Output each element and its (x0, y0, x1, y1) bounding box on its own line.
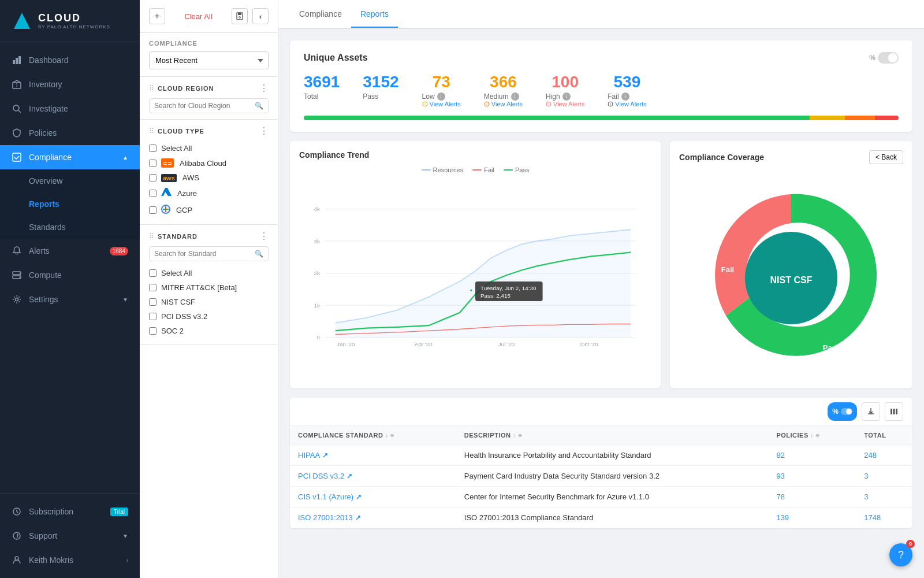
standard-select-all-checkbox[interactable] (149, 269, 157, 277)
compliance-table-card: % COMPLIANCE STANDARD ↕ ≡ (290, 398, 912, 528)
sidebar-item-label: Investigate (29, 104, 68, 113)
standard-nist-csf[interactable]: NIST CSF (149, 295, 269, 309)
standard-mitre-checkbox[interactable] (149, 284, 157, 291)
columns-button[interactable] (885, 402, 903, 421)
cloud-type-gcp-checkbox[interactable] (149, 206, 157, 214)
cloud-type-aws[interactable]: aws AWS (149, 171, 269, 185)
percent-table-toggle[interactable]: % (828, 402, 857, 421)
standard-pci-dss-checkbox[interactable] (149, 313, 157, 320)
low-info-icon: i (437, 92, 445, 101)
cloud-region-input[interactable] (154, 102, 252, 110)
standard-pci-dss[interactable]: PCI DSS v3.2 (149, 309, 269, 324)
table-row: PCI DSS v3.2 Payment Card Industry Data … (290, 466, 912, 487)
sidebar-item-compute[interactable]: Compute (0, 263, 140, 287)
fail-number: 539 (608, 73, 646, 91)
top-tabs: Compliance Reports (278, 0, 924, 29)
svg-text:Fail: Fail (721, 265, 734, 274)
standard-soc2[interactable]: SOC 2 (149, 324, 269, 338)
legend-fail: Fail (472, 166, 494, 173)
cloud-region-search: 🔍 (149, 98, 269, 113)
azure-icon (161, 188, 172, 199)
cloud-type-select-all-checkbox[interactable] (149, 144, 157, 152)
download-button[interactable] (862, 402, 880, 421)
sidebar-item-policies[interactable]: Policies (0, 121, 140, 145)
tab-reports[interactable]: Reports (351, 1, 398, 28)
sidebar-item-dashboard[interactable]: Dashboard (0, 48, 140, 72)
cloud-type-header: ⠿ CLOUD TYPE ⋮ (149, 125, 269, 136)
unique-assets-card: Unique Assets % 3691 Total 3152 Pass (290, 40, 912, 132)
cloud-type-gcp[interactable]: GCP (149, 202, 269, 218)
fail-alerts-link[interactable]: i View Alerts (608, 101, 646, 108)
tab-compliance[interactable]: Compliance (290, 1, 351, 28)
svg-line-7 (18, 110, 21, 113)
standard-input[interactable] (154, 250, 252, 258)
sidebar-item-subscription[interactable]: Subscription Trial (0, 499, 140, 524)
pass-number: 3152 (363, 73, 398, 91)
col-menu-icon[interactable]: ≡ (518, 432, 522, 439)
sidebar-item-inventory[interactable]: Inventory (0, 72, 140, 97)
alerts-badge: 1684 (110, 247, 128, 255)
percent-toggle[interactable]: % (869, 52, 899, 64)
low-alerts-link[interactable]: i View Alerts (422, 101, 461, 108)
server-icon (12, 270, 22, 280)
table-row: HIPAA Health Insurance Portability and A… (290, 445, 912, 466)
cloud-type-alibaba[interactable]: ⊂⊃ Alibaba Cloud (149, 155, 269, 171)
back-button[interactable]: < Back (869, 150, 903, 164)
svg-text:Apr '20: Apr '20 (415, 341, 433, 347)
standard-mitre-label: MITRE ATT&CK [Beta] (161, 283, 237, 292)
logo-sub: BY PALO ALTO NETWORKS (38, 24, 110, 29)
add-filter-button[interactable]: + (149, 8, 165, 24)
cloud-type-azure-checkbox[interactable] (149, 190, 157, 197)
standard-nist-csf-checkbox[interactable] (149, 298, 157, 306)
standard-more-icon[interactable]: ⋮ (259, 231, 269, 242)
box-icon (12, 79, 22, 90)
toggle-track[interactable] (878, 52, 899, 64)
standard-mitre[interactable]: MITRE ATT&CK [Beta] (149, 280, 269, 295)
pci-dss-link[interactable]: PCI DSS v3.2 (298, 472, 448, 480)
save-filter-button[interactable] (232, 8, 248, 24)
cloud-type-aws-label: AWS (182, 173, 199, 182)
sidebar-item-reports[interactable]: Reports (0, 192, 140, 216)
filter-panel: + Clear All ‹ COMPLIANCE Most Recent ⠿ C… (140, 0, 278, 578)
sidebar-item-alerts[interactable]: Alerts 1684 (0, 239, 140, 263)
iso-link[interactable]: ISO 27001:2013 (298, 513, 448, 522)
hipaa-link[interactable]: HIPAA (298, 451, 448, 460)
cloud-type-aws-checkbox[interactable] (149, 174, 157, 181)
cloud-region-more-icon[interactable]: ⋮ (259, 83, 269, 94)
sidebar-item-user[interactable]: Keith Mokris › (0, 548, 140, 572)
svg-text:i: i (424, 102, 426, 106)
collapse-filter-button[interactable]: ‹ (252, 8, 269, 24)
sidebar-item-support[interactable]: Support ▼ (0, 524, 140, 548)
clear-all-button[interactable]: Clear All (170, 12, 227, 21)
sort-icon: ↕ (385, 432, 389, 439)
standard-soc2-checkbox[interactable] (149, 327, 157, 335)
high-alerts-link[interactable]: i View Alerts (546, 101, 584, 108)
cloud-type-select-all[interactable]: Select All (149, 141, 269, 155)
progress-yellow (810, 116, 845, 120)
sidebar-item-settings[interactable]: Settings ▼ (0, 287, 140, 312)
sidebar-item-investigate[interactable]: Investigate (0, 97, 140, 121)
col-menu-icon[interactable]: ≡ (390, 432, 394, 439)
sidebar-item-overview[interactable]: Overview (0, 169, 140, 192)
sidebar-item-compliance[interactable]: Compliance ▲ (0, 145, 140, 169)
svg-rect-56 (891, 409, 892, 414)
help-icon: ? (898, 549, 904, 561)
svg-point-13 (16, 298, 18, 301)
cis-link[interactable]: CIS v1.1 (Azure) (298, 492, 448, 501)
main-content: Compliance Reports Unique Assets % 3691 … (278, 0, 924, 578)
logo-text: CLOUD BY PALO ALTO NETWORKS (38, 12, 110, 29)
col-menu-icon[interactable]: ≡ (815, 432, 819, 439)
medium-alerts-link[interactable]: i View Alerts (484, 101, 523, 108)
cloud-type-more-icon[interactable]: ⋮ (259, 125, 269, 136)
compliance-select[interactable]: Most Recent (149, 51, 269, 69)
stat-medium: 366 Medium i i View Alerts (484, 73, 523, 108)
standard-select-all[interactable]: Select All (149, 266, 269, 280)
svg-marker-0 (14, 13, 30, 29)
cloud-type-azure[interactable]: Azure (149, 185, 269, 202)
chart-icon (12, 55, 22, 65)
support-label: Support (29, 531, 57, 540)
help-notification-badge: 9 (906, 540, 915, 548)
cloud-type-alibaba-checkbox[interactable] (149, 160, 157, 167)
progress-red (875, 116, 899, 120)
sidebar-item-standards[interactable]: Standards (0, 216, 140, 239)
